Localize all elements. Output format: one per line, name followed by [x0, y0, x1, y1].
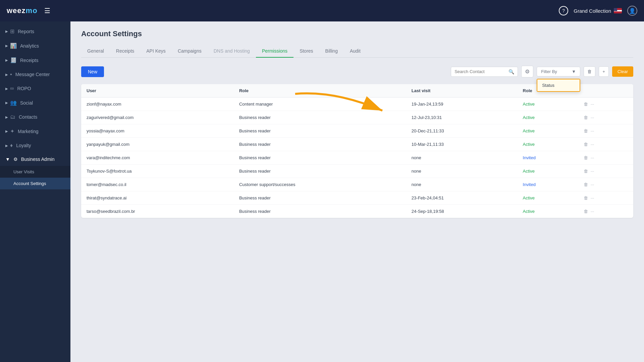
- search-input[interactable]: [454, 69, 506, 74]
- more-actions-icon[interactable]: ···: [591, 115, 594, 120]
- cell-actions: 🗑 ···: [578, 205, 633, 218]
- cell-status: Active: [518, 191, 578, 205]
- contacts-icon: 🗂: [10, 114, 15, 120]
- flag-icon: [614, 8, 622, 13]
- cell-user: vara@inditechme.com: [81, 151, 234, 165]
- social-icon: 👥: [10, 100, 17, 106]
- tab-stores[interactable]: Stores: [293, 45, 319, 58]
- delete-row-icon[interactable]: 🗑: [584, 195, 588, 200]
- more-actions-icon[interactable]: ···: [591, 155, 594, 160]
- tab-billing[interactable]: Billing: [319, 45, 344, 58]
- brand-selector[interactable]: Grand Collection: [574, 8, 622, 14]
- cell-status: Active: [518, 165, 578, 178]
- sidebar-item-business-admin[interactable]: ▼ ⚙ Business Admin: [0, 153, 70, 166]
- expand-icon: ▶: [5, 44, 8, 48]
- cell-actions: 🗑 ···: [578, 98, 633, 111]
- table-row: yanpayuk@gmail.com Business reader 10-Ma…: [81, 138, 633, 151]
- cell-role: Business reader: [234, 165, 406, 178]
- more-actions-icon[interactable]: ···: [591, 142, 594, 147]
- sidebar-item-loyalty[interactable]: ▶ ♦ Loyalty: [0, 138, 70, 153]
- tab-campaigns[interactable]: Campaigns: [172, 45, 208, 58]
- cell-status: Active: [518, 138, 578, 151]
- tab-receipts[interactable]: Receipts: [110, 45, 140, 58]
- cell-actions: 🗑 ···: [578, 111, 633, 124]
- table-row: zagurivered@gmail.com Business reader 12…: [81, 111, 633, 124]
- delete-row-icon[interactable]: 🗑: [584, 102, 588, 107]
- expand-icon: ▶: [5, 115, 8, 119]
- cell-status: Active: [518, 98, 578, 111]
- col-header-role: Role: [234, 84, 406, 98]
- business-admin-subitems: User Visits Account Settings: [0, 166, 70, 189]
- dropdown-item-status[interactable]: Status: [537, 79, 580, 91]
- search-icon: 🔍: [508, 69, 514, 74]
- marketing-icon: ✦: [10, 128, 14, 134]
- cell-role: Customer support/successes: [234, 178, 406, 191]
- user-avatar[interactable]: 👤: [627, 6, 637, 16]
- add-filter-button[interactable]: +: [599, 66, 609, 77]
- sidebar: ▶ ⊞ Reports ▶ 📊 Analytics ▶ 🧾 Receipts ▶…: [0, 21, 70, 362]
- more-actions-icon[interactable]: ···: [591, 195, 594, 200]
- sidebar-item-label: Loyalty: [16, 143, 31, 148]
- cell-user: zagurivered@gmail.com: [81, 111, 234, 124]
- more-actions-icon[interactable]: ···: [591, 128, 594, 133]
- sidebar-item-label: Receipts: [20, 58, 38, 63]
- cell-role: Business reader: [234, 191, 406, 205]
- sidebar-item-ropo[interactable]: ▶ ∞ ROPO: [0, 81, 70, 96]
- expand-icon: ▼: [5, 157, 10, 162]
- sidebar-item-receipts[interactable]: ▶ 🧾 Receipts: [0, 53, 70, 67]
- expand-icon: ▶: [5, 144, 8, 147]
- cell-actions: 🗑 ···: [578, 138, 633, 151]
- new-button[interactable]: New: [81, 66, 104, 77]
- cell-last-visit: 23-Feb-24,04:51: [406, 191, 518, 205]
- business-admin-icon: ⚙: [13, 157, 18, 162]
- tabs-container: General Receipts API Keys Campaigns DNS …: [81, 45, 633, 58]
- cell-actions: 🗑 ···: [578, 124, 633, 138]
- delete-row-icon[interactable]: 🗑: [584, 142, 588, 147]
- delete-row-icon[interactable]: 🗑: [584, 128, 588, 133]
- more-actions-icon[interactable]: ···: [591, 209, 594, 214]
- analytics-icon: 📊: [10, 43, 17, 49]
- expand-icon: ▶: [5, 29, 8, 33]
- sidebar-item-contacts[interactable]: ▶ 🗂 Contacts: [0, 110, 70, 124]
- table-row: tarso@seedbrazil.com.br Business reader …: [81, 205, 633, 218]
- delete-row-icon[interactable]: 🗑: [584, 115, 588, 120]
- filter-dropdown-popup: Status: [537, 79, 580, 92]
- sidebar-item-message-center[interactable]: ▶ ▪ Message Center: [0, 67, 70, 81]
- more-actions-icon[interactable]: ···: [591, 102, 594, 107]
- filter-dropdown-container: Filter By ▼ Status: [537, 67, 580, 76]
- sidebar-item-social[interactable]: ▶ 👥 Social: [0, 96, 70, 110]
- hamburger-menu[interactable]: ☰: [44, 7, 50, 15]
- filter-icon-button[interactable]: ⚙: [521, 66, 533, 77]
- more-actions-icon[interactable]: ···: [591, 169, 594, 174]
- sidebar-item-reports[interactable]: ▶ ⊞ Reports: [0, 24, 70, 39]
- table-row: Tsykunov-S@foxtrot.ua Business reader no…: [81, 165, 633, 178]
- col-header-actions: [578, 84, 633, 98]
- tab-general[interactable]: General: [81, 45, 110, 58]
- message-icon: ▪: [10, 71, 12, 77]
- delete-row-icon[interactable]: 🗑: [584, 209, 588, 214]
- cell-status: Active: [518, 205, 578, 218]
- help-button[interactable]: ?: [559, 6, 568, 15]
- clear-button[interactable]: Clear: [612, 66, 633, 77]
- delete-row-icon[interactable]: 🗑: [584, 169, 588, 174]
- col-header-user: User: [81, 84, 234, 98]
- table-row: vara@inditechme.com Business reader none…: [81, 151, 633, 165]
- filter-by-dropdown[interactable]: Filter By ▼: [537, 67, 580, 76]
- search-box[interactable]: 🔍: [451, 67, 518, 77]
- filter-by-label: Filter By: [541, 69, 557, 74]
- tab-permissions[interactable]: Permissions: [256, 45, 293, 58]
- delete-filter-button[interactable]: 🗑: [584, 66, 595, 77]
- cell-status: Active: [518, 124, 578, 138]
- tab-api-keys[interactable]: API Keys: [140, 45, 172, 58]
- table-row: yossia@nayax.com Business reader 20-Dec-…: [81, 124, 633, 138]
- delete-row-icon[interactable]: 🗑: [584, 182, 588, 187]
- sidebar-subitem-account-settings[interactable]: Account Settings: [0, 178, 70, 189]
- more-actions-icon[interactable]: ···: [591, 182, 594, 187]
- sidebar-subitem-user-visits[interactable]: User Visits: [0, 166, 70, 178]
- tab-dns-hosting: DNS and Hosting: [208, 45, 256, 58]
- delete-row-icon[interactable]: 🗑: [584, 155, 588, 160]
- sidebar-item-marketing[interactable]: ▶ ✦ Marketing: [0, 124, 70, 138]
- tab-audit[interactable]: Audit: [344, 45, 367, 58]
- sidebar-item-label: Marketing: [18, 129, 38, 134]
- sidebar-item-analytics[interactable]: ▶ 📊 Analytics: [0, 39, 70, 53]
